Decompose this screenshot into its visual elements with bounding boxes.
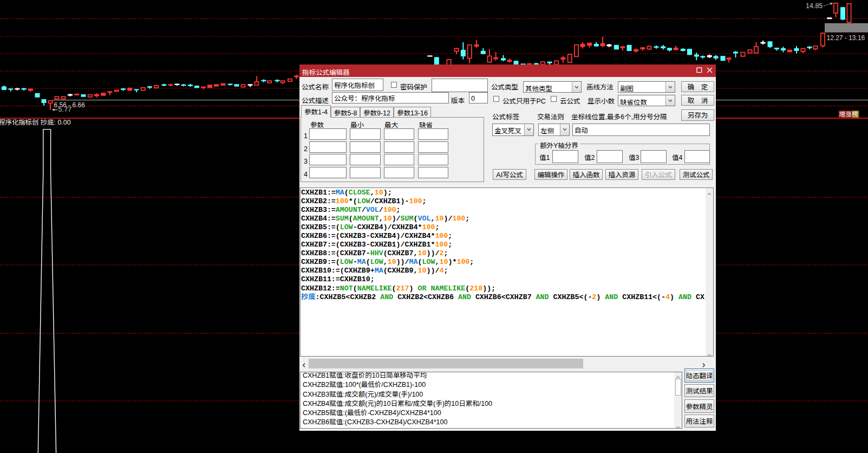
svg-text:程序化指标创 抄底: 0.00: 程序化指标创 抄底: 0.00 [0, 117, 71, 127]
svg-text:14.85: 14.85 [806, 2, 823, 10]
svg-text:增涨榜: 增涨榜 [839, 109, 858, 118]
svg-text:5.77: 5.77 [58, 105, 72, 113]
svg-text:12.27 - 13.16: 12.27 - 13.16 [827, 34, 865, 42]
